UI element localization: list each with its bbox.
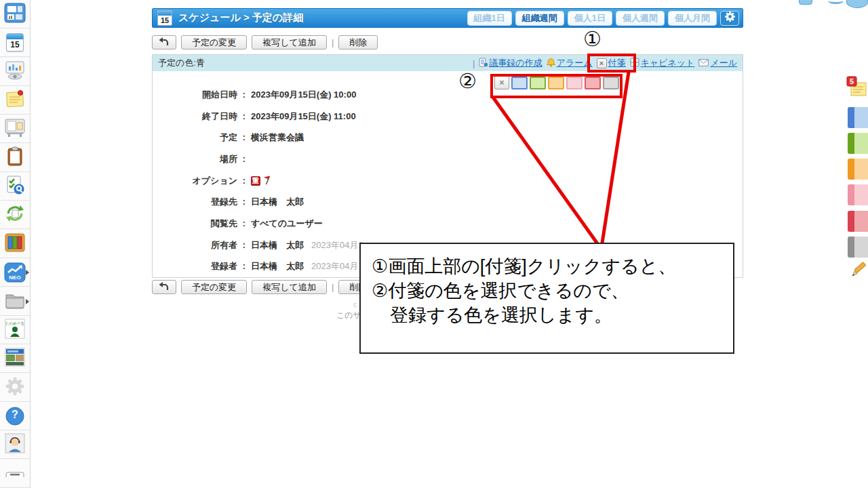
back-arrow-icon: [159, 281, 170, 293]
gear-icon: [724, 11, 736, 25]
settings-gear-button[interactable]: [720, 11, 739, 26]
sidebar-item-webmeeting[interactable]: [0, 58, 30, 86]
sidebar-item-tanomail[interactable]: たのめーる: [0, 316, 30, 344]
view-button-0[interactable]: 組織1日: [467, 11, 512, 26]
screen: 15NEOたのめーる? 15 スケジュール > 予定の詳細 組織1日組織週間個人…: [0, 0, 868, 488]
sidebar-item-schedule[interactable]: 15: [0, 28, 30, 57]
sticky-tab-green[interactable]: [848, 133, 868, 154]
footer-site-fragment: このサ: [336, 310, 361, 321]
sticky-tab-pink[interactable]: [848, 184, 868, 205]
annotation-note-line: ①画面上部の[付箋]クリックすると、: [372, 254, 722, 279]
sticky-note-count-icon[interactable]: 5: [846, 76, 867, 104]
sidebar-item-infoboard[interactable]: [0, 115, 30, 143]
toolbar-separator: |: [332, 282, 334, 292]
annotation-step1-marker: ①: [583, 29, 601, 49]
sidebar-item-todo[interactable]: [0, 144, 30, 172]
detail-row-8: 登録者:日本橋 太郎2023年04月1: [156, 260, 363, 272]
sidebar-item-workflow[interactable]: [0, 172, 30, 201]
annotation-highlight-palette: [490, 74, 623, 98]
infosite-icon: [5, 348, 25, 369]
detail-row-4: オプション:重: [156, 174, 273, 187]
field-value: 日本橋 太郎: [251, 196, 304, 208]
annotation-note: ①画面上部の[付箋]クリックすると、 ②付箋の色を選択できるので、 登録する色を…: [359, 243, 734, 354]
sidebar-item-circulation[interactable]: [0, 201, 30, 229]
page-title: スケジュール > 予定の詳細: [178, 12, 303, 24]
footer-copyright-fragment: c: [353, 300, 357, 308]
minutes-icon: [479, 58, 488, 69]
sidebar-item-help[interactable]: ?: [0, 402, 30, 430]
detail-row-6: 閲覧先:すべてのユーザー: [156, 217, 323, 230]
cropped-icon-fragment: [799, 0, 812, 5]
view-button-2[interactable]: 個人1日: [568, 11, 612, 26]
todo-icon: [4, 146, 26, 169]
memo-icon: [4, 89, 26, 112]
view-button-3[interactable]: 個人週間: [616, 11, 665, 26]
annotation-note-line: 登録する色を選択します。: [372, 303, 722, 327]
field-label: 開始日時: [156, 89, 237, 101]
view-button-1[interactable]: 組織週間: [515, 11, 564, 26]
toolbar-button-1[interactable]: 複写して追加: [252, 280, 327, 294]
field-label: 閲覧先: [156, 218, 237, 230]
sidebar-item-support[interactable]: [0, 430, 30, 459]
schedule-color-label: 予定の色:青: [158, 57, 205, 69]
sidebar-item-text-partial[interactable]: [0, 460, 30, 488]
back-button[interactable]: [152, 280, 176, 294]
app-header: 15 スケジュール > 予定の詳細 組織1日組織週間個人1日個人週間個人月間: [152, 8, 743, 28]
sidebar-item-neo[interactable]: NEO: [0, 258, 30, 287]
field-label: オプション: [156, 175, 237, 187]
field-label: 予定: [156, 131, 237, 144]
field-value: すべてのユーザー: [251, 218, 323, 230]
sticky-tab-gray[interactable]: [848, 237, 868, 258]
field-value: 2023年09月15日(金) 11:00: [251, 110, 356, 123]
left-sidebar: 15NEOたのめーる?: [0, 0, 31, 488]
sidebar-item-settings-disabled[interactable]: [0, 373, 30, 402]
field-date: 2023年04月1: [311, 260, 363, 272]
circulation-icon: [4, 203, 26, 226]
back-arrow-icon: [159, 37, 170, 48]
back-button[interactable]: [152, 35, 176, 49]
links-separator: |: [473, 58, 475, 68]
toolbar-separator: |: [332, 37, 334, 47]
view-button-4[interactable]: 個人月間: [668, 11, 717, 26]
pencil-icon[interactable]: [850, 260, 868, 281]
detail-row-5: 登録先:日本橋 太郎: [156, 195, 304, 208]
sidebar-item-folder[interactable]: [0, 287, 30, 316]
mail-icon: [698, 58, 709, 68]
field-label: 終了日時: [156, 110, 237, 123]
flyout-arrow-icon[interactable]: [26, 270, 29, 275]
toolbar-button-0[interactable]: 予定の変更: [181, 35, 247, 49]
detail-row-7: 所有者:日本橋 太郎2023年04月1: [156, 239, 363, 251]
settings-disabled-icon: [5, 376, 25, 399]
field-value: 横浜営業会議: [251, 131, 304, 144]
help-icon: ?: [5, 406, 25, 426]
sidebar-item-infosite[interactable]: [0, 344, 30, 373]
toolbar-bottom: 予定の変更複写して追加|削除: [152, 280, 378, 294]
cropped-icon-fragment: [828, 0, 844, 4]
svg-text:たのめーる: たのめーる: [5, 321, 24, 326]
link-cabinet[interactable]: キャビネット: [630, 57, 695, 69]
sidebar-item-bookshelf[interactable]: [0, 230, 30, 258]
folder-icon: [4, 291, 26, 312]
link-minutes[interactable]: 議事録の作成: [479, 57, 542, 69]
annotation-step2-marker: ②: [458, 71, 477, 92]
field-date: 2023年04月1: [311, 239, 363, 251]
bookshelf-icon: [4, 232, 26, 256]
detail-row-0: 開始日時:2023年09月15日(金) 10:00: [156, 88, 356, 101]
flyout-arrow-icon[interactable]: [26, 299, 29, 304]
toolbar-button-1[interactable]: 複写して追加: [252, 35, 327, 49]
link-mail[interactable]: メール: [698, 57, 737, 69]
sticky-tab-red[interactable]: [848, 211, 868, 232]
link-alarm[interactable]: アラーム: [547, 57, 593, 69]
panel-subheader: 予定の色:青 |議事録の作成アラーム×付箋キャビネットメール: [153, 55, 743, 71]
toolbar-button-0[interactable]: 予定の変更: [181, 280, 247, 294]
sticky-tab-blue[interactable]: [848, 107, 868, 128]
annotation-highlight-fusen: [587, 54, 636, 73]
sidebar-item-memo[interactable]: [0, 86, 30, 115]
calendar-day: 15: [158, 16, 172, 26]
field-label: 所有者: [156, 239, 237, 251]
sticky-tab-orange[interactable]: [848, 159, 868, 180]
delete-button[interactable]: 削除: [338, 35, 378, 49]
detail-row-1: 終了日時:2023年09月15日(金) 11:00: [156, 110, 356, 123]
sidebar-item-portal[interactable]: [0, 0, 30, 28]
field-value: 日本橋 太郎: [251, 239, 304, 251]
